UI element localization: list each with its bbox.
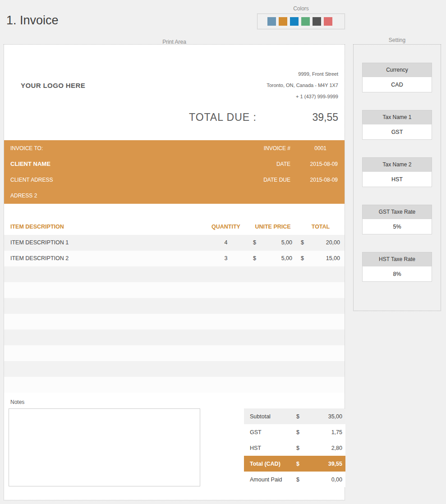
tax-name-1-field-value[interactable]: GST bbox=[362, 124, 432, 140]
company-address[interactable]: 9999, Front Street Toronto, ON, Canada -… bbox=[267, 69, 338, 102]
header-unit-price: UNITE PRICE bbox=[253, 219, 293, 235]
empty-table-row[interactable] bbox=[4, 361, 345, 377]
amount-paid-currency-symbol: $ bbox=[296, 477, 310, 483]
amount-paid-row: Amount Paid $ 0,00 bbox=[244, 472, 345, 487]
header-item-description: ITEM DESCRIPTION bbox=[10, 219, 64, 235]
amount-paid-value[interactable]: 0,00 bbox=[310, 477, 342, 483]
gst-label: GST bbox=[250, 429, 296, 435]
subtotal-row: Subtotal $ 35,00 bbox=[244, 408, 345, 424]
notes-input[interactable] bbox=[9, 408, 200, 486]
header-total: TOTAL bbox=[301, 219, 340, 235]
item-row-2[interactable]: ITEM DESCRIPTION 2 3 $ 5,00 $ 15,00 bbox=[4, 251, 345, 266]
gst-tax-rate-field: GST Taxe Rate 5% bbox=[362, 205, 432, 234]
hst-tax-rate-field-value[interactable]: 8% bbox=[362, 266, 432, 282]
invoice-date-due-label: DATE DUE bbox=[241, 177, 290, 183]
settings-panel: Currency CAD Tax Name 1 GST Tax Name 2 H… bbox=[353, 44, 441, 311]
gst-tax-rate-field-label: GST Taxe Rate bbox=[362, 205, 432, 219]
empty-table-row[interactable] bbox=[4, 298, 345, 314]
color-swatch-blue[interactable] bbox=[290, 17, 299, 26]
invoice-meta: INVOICE # 0001 DATE 2015-08-09 DATE DUE … bbox=[241, 140, 338, 188]
hst-currency-symbol: $ bbox=[296, 445, 310, 451]
currency-field-value[interactable]: CAD bbox=[362, 77, 432, 92]
hst-label: HST bbox=[250, 445, 296, 451]
company-address-line1: 9999, Front Street bbox=[267, 69, 338, 80]
bill-to-left-column: INVOICE TO: CLIENT NAME CLIENT ADRESS AD… bbox=[10, 140, 53, 203]
grand-total-row: Total (CAD) $ 39,55 bbox=[244, 456, 345, 472]
invoice-date-value[interactable]: 2015-08-09 bbox=[290, 161, 338, 167]
item-2-unit-price[interactable]: 5,00 bbox=[258, 251, 292, 266]
company-address-line2: Toronto, ON, Canada - M4Y 1X7 bbox=[267, 80, 338, 91]
invoice-to-label: INVOICE TO: bbox=[10, 140, 53, 156]
item-2-quantity[interactable]: 3 bbox=[200, 251, 252, 266]
hst-tax-rate-field: HST Taxe Rate 8% bbox=[362, 252, 432, 282]
color-swatch-red[interactable] bbox=[324, 17, 332, 26]
invoice-date-due-row: DATE DUE 2015-08-09 bbox=[241, 172, 338, 188]
client-name-field[interactable]: CLIENT NAME bbox=[10, 156, 53, 172]
item-1-description[interactable]: ITEM DESCRIPTION 1 bbox=[10, 235, 69, 251]
tax-name-2-field-label: Tax Name 2 bbox=[362, 157, 432, 171]
grand-total-value: 39,55 bbox=[310, 461, 342, 467]
hst-value: 2,80 bbox=[310, 445, 342, 451]
setting-group-label: Setting bbox=[353, 37, 441, 43]
grand-total-label: Total (CAD) bbox=[250, 461, 296, 467]
currency-field-label: Currency bbox=[362, 63, 432, 77]
notes-label: Notes bbox=[10, 399, 24, 405]
invoice-number-value[interactable]: 0001 bbox=[290, 145, 338, 151]
colors-swatch-group bbox=[257, 14, 345, 29]
empty-table-row[interactable] bbox=[4, 330, 345, 345]
empty-table-row[interactable] bbox=[4, 266, 345, 282]
items-table: ITEM DESCRIPTION QUANTITY UNITE PRICE TO… bbox=[4, 219, 345, 393]
item-1-quantity[interactable]: 4 bbox=[200, 235, 252, 251]
item-row-1[interactable]: ITEM DESCRIPTION 1 4 $ 5,00 $ 20,00 bbox=[4, 235, 345, 251]
tax-name-1-field: Tax Name 1 GST bbox=[362, 110, 432, 140]
totals-summary: Subtotal $ 35,00 GST $ 1,75 HST $ 2,80 T… bbox=[244, 408, 345, 487]
invoice-number-label: INVOICE # bbox=[241, 145, 290, 151]
color-swatch-orange[interactable] bbox=[279, 17, 287, 26]
colors-group-label: Colors bbox=[257, 5, 345, 12]
subtotal-label: Subtotal bbox=[250, 413, 296, 420]
empty-table-row[interactable] bbox=[4, 282, 345, 298]
tax-name-1-field-label: Tax Name 1 bbox=[362, 110, 432, 124]
color-swatch-dark-gray[interactable] bbox=[313, 17, 321, 26]
item-2-total: 15,00 bbox=[306, 251, 340, 266]
total-due-label: TOTAL DUE : bbox=[189, 111, 257, 124]
total-due-value: 39,55 bbox=[312, 111, 338, 124]
item-1-unit-price[interactable]: 5,00 bbox=[258, 235, 292, 251]
invoice-number-row: INVOICE # 0001 bbox=[241, 140, 338, 156]
gst-tax-rate-field-value[interactable]: 5% bbox=[362, 219, 432, 234]
header-quantity: QUANTITY bbox=[200, 219, 252, 235]
invoice-date-label: DATE bbox=[241, 161, 290, 167]
item-2-description[interactable]: ITEM DESCRIPTION 2 bbox=[10, 251, 69, 266]
tax-name-2-field-value[interactable]: HST bbox=[362, 171, 432, 187]
client-address-field[interactable]: CLIENT ADRESS bbox=[10, 172, 53, 188]
invoice-print-area: YOUR LOGO HERE 9999, Front Street Toront… bbox=[4, 44, 345, 500]
amount-paid-label: Amount Paid bbox=[250, 477, 296, 483]
hst-tax-rate-field-label: HST Taxe Rate bbox=[362, 252, 432, 266]
item-1-total: 20,00 bbox=[306, 235, 340, 251]
empty-table-row[interactable] bbox=[4, 345, 345, 361]
company-address-line3: + 1 (437) 999-9999 bbox=[267, 91, 338, 102]
tax-name-2-field: Tax Name 2 HST bbox=[362, 157, 432, 187]
subtotal-currency-symbol: $ bbox=[296, 413, 310, 420]
gst-currency-symbol: $ bbox=[296, 429, 310, 435]
empty-table-row[interactable] bbox=[4, 314, 345, 330]
empty-table-row[interactable] bbox=[4, 377, 345, 393]
invoice-date-row: DATE 2015-08-09 bbox=[241, 156, 338, 172]
page-title: 1. Invoice bbox=[6, 14, 59, 27]
gst-row: GST $ 1,75 bbox=[244, 424, 345, 440]
logo-placeholder[interactable]: YOUR LOGO HERE bbox=[21, 82, 85, 89]
hst-row: HST $ 2,80 bbox=[244, 440, 345, 456]
items-header-row: ITEM DESCRIPTION QUANTITY UNITE PRICE TO… bbox=[4, 219, 345, 235]
grand-total-currency-symbol: $ bbox=[296, 461, 310, 467]
bill-to-section: INVOICE TO: CLIENT NAME CLIENT ADRESS AD… bbox=[4, 140, 345, 204]
color-swatch-steel-blue[interactable] bbox=[267, 17, 276, 26]
gst-value: 1,75 bbox=[310, 429, 342, 435]
subtotal-value: 35,00 bbox=[310, 413, 342, 420]
client-address2-field[interactable]: ADRESS 2 bbox=[10, 188, 53, 203]
color-swatch-green[interactable] bbox=[301, 17, 310, 26]
currency-field: Currency CAD bbox=[362, 63, 432, 92]
invoice-date-due-value[interactable]: 2015-08-09 bbox=[290, 177, 338, 183]
